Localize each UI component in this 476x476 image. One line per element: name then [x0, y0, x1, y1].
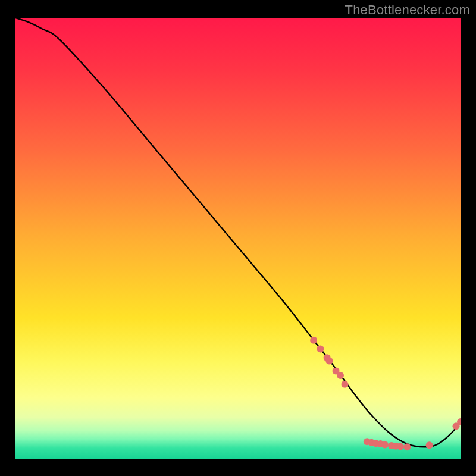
data-marker	[381, 441, 389, 449]
data-marker	[310, 337, 317, 344]
data-marker	[342, 381, 349, 388]
data-marker	[397, 443, 404, 450]
chart-svg	[15, 18, 461, 459]
chart-stage: TheBottlenecker.com	[0, 0, 476, 476]
gradient-background	[15, 18, 461, 459]
data-marker	[317, 346, 324, 353]
data-marker	[337, 372, 344, 379]
attribution-text: TheBottlenecker.com	[345, 2, 470, 18]
data-marker	[325, 358, 333, 365]
data-marker	[426, 441, 433, 449]
data-marker	[403, 443, 411, 450]
plot-area	[15, 18, 461, 459]
